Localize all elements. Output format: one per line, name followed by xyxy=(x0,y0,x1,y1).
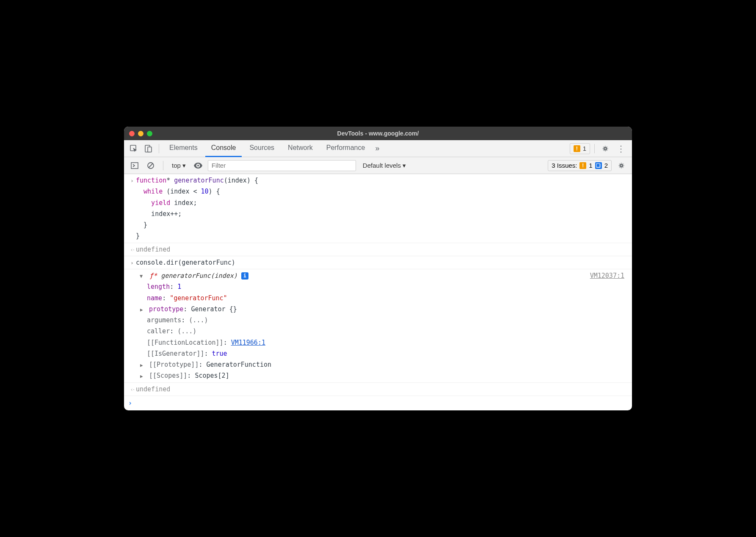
close-window-button[interactable] xyxy=(129,131,135,136)
console-output-row: undefined xyxy=(124,243,632,256)
filter-input[interactable] xyxy=(208,160,356,171)
tab-elements[interactable]: Elements xyxy=(163,140,204,157)
output-caret-icon xyxy=(128,244,136,255)
console-settings-icon[interactable] xyxy=(615,159,628,172)
issues-label: 3 Issues: xyxy=(552,162,577,169)
property-row[interactable]: name: "generatorFunc" xyxy=(128,293,628,304)
execution-context-selector[interactable]: top ▾ xyxy=(169,162,188,169)
clear-console-icon[interactable] xyxy=(144,159,157,172)
info-icon: ❑ xyxy=(595,162,602,169)
separator xyxy=(163,161,163,170)
input-caret-icon xyxy=(128,257,136,268)
property-row[interactable]: arguments: (...) xyxy=(128,315,628,326)
console-prompt[interactable]: › xyxy=(124,396,632,410)
levels-label: Default levels xyxy=(363,162,401,169)
console-input-row[interactable]: function* generatorFunc(index) { while (… xyxy=(124,174,632,243)
property-row[interactable]: ▶ [[Prototype]]: GeneratorFunction xyxy=(128,359,628,370)
more-tabs-button[interactable]: » xyxy=(372,144,382,153)
undefined-output: undefined xyxy=(136,244,170,255)
property-row[interactable]: [[IsGenerator]]: true xyxy=(128,348,628,359)
separator xyxy=(159,144,159,153)
property-row[interactable]: [[FunctionLocation]]: VM11966:1 xyxy=(128,337,628,348)
console-warnings-badge[interactable]: ! 1 xyxy=(570,143,590,154)
settings-icon[interactable] xyxy=(599,142,612,155)
expand-icon[interactable]: ▶ xyxy=(140,306,145,314)
output-caret-icon xyxy=(128,384,136,395)
undefined-output: undefined xyxy=(136,384,170,395)
issues-info-count: 2 xyxy=(604,162,608,169)
warning-icon: ! xyxy=(574,145,580,152)
minimize-window-button[interactable] xyxy=(138,131,143,136)
window-title: DevTools - www.google.com/ xyxy=(337,130,419,137)
inspect-element-icon[interactable] xyxy=(127,142,140,155)
source-link[interactable]: VM12037:1 xyxy=(590,272,624,280)
titlebar: DevTools - www.google.com/ xyxy=(124,127,632,140)
console-dir-output[interactable]: ▼ ƒ* generatorFunc(index) i VM12037:1 le… xyxy=(124,269,632,383)
tab-performance[interactable]: Performance xyxy=(320,140,371,157)
tab-sources[interactable]: Sources xyxy=(243,140,280,157)
warning-count: 1 xyxy=(583,145,586,152)
console-body: function* generatorFunc(index) { while (… xyxy=(124,174,632,410)
traffic-lights xyxy=(129,131,152,136)
info-icon[interactable]: i xyxy=(241,272,248,280)
expand-icon[interactable]: ▶ xyxy=(140,372,145,380)
maximize-window-button[interactable] xyxy=(147,131,152,136)
live-expression-icon[interactable] xyxy=(192,159,204,172)
code-line: console.dir(generatorFunc) xyxy=(136,257,235,268)
source-link[interactable]: VM11966:1 xyxy=(231,339,265,346)
more-options-icon[interactable]: ⋮ xyxy=(613,144,629,154)
tab-console[interactable]: Console xyxy=(205,140,242,157)
svg-rect-2 xyxy=(148,147,152,152)
issues-warn-count: 1 xyxy=(589,162,592,169)
issues-button[interactable]: 3 Issues: ! 1 ❑ 2 xyxy=(548,160,612,171)
input-caret-icon xyxy=(128,175,136,242)
svg-line-5 xyxy=(149,163,153,168)
console-input-row[interactable]: console.dir(generatorFunc) xyxy=(124,256,632,269)
toggle-console-sidebar-icon[interactable] xyxy=(128,159,141,172)
prompt-caret-icon: › xyxy=(128,398,136,409)
code-block: function* generatorFunc(index) { while (… xyxy=(136,175,258,242)
object-header[interactable]: ƒ* generatorFunc(index) xyxy=(149,272,237,280)
context-label: top xyxy=(172,162,181,169)
property-row[interactable]: ▶ prototype: Generator {} xyxy=(128,304,628,315)
tabbar: Elements Console Sources Network Perform… xyxy=(124,140,632,157)
spacer xyxy=(128,277,136,278)
console-toolbar: top ▾ Default levels ▾ 3 Issues: ! 1 ❑ 2 xyxy=(124,157,632,174)
console-output-row: undefined xyxy=(124,383,632,396)
separator xyxy=(594,144,595,153)
property-row[interactable]: caller: (...) xyxy=(128,326,628,337)
warning-icon: ! xyxy=(579,162,586,169)
device-toolbar-icon[interactable] xyxy=(142,142,155,155)
chevron-down-icon: ▾ xyxy=(182,162,186,169)
log-levels-selector[interactable]: Default levels ▾ xyxy=(359,162,409,169)
expand-icon[interactable]: ▶ xyxy=(140,361,145,369)
collapse-icon[interactable]: ▼ xyxy=(140,272,146,281)
property-row[interactable]: length: 1 xyxy=(128,281,628,292)
property-row[interactable]: ▶ [[Scopes]]: Scopes[2] xyxy=(128,370,628,381)
chevron-down-icon: ▾ xyxy=(403,162,406,169)
tab-network[interactable]: Network xyxy=(282,140,319,157)
devtools-window: DevTools - www.google.com/ Elements Cons… xyxy=(124,127,632,410)
